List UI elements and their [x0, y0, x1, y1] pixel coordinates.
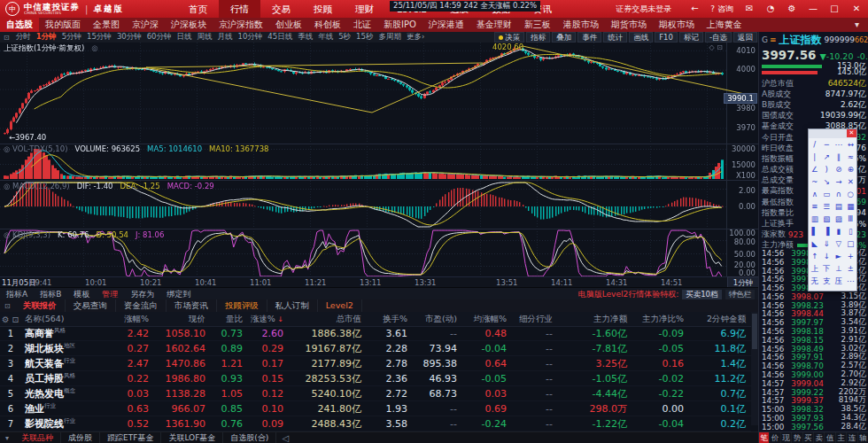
- table-row[interactable]: 1高商誉风格2.421058.100.732.601886.38亿3.61--0…: [0, 326, 751, 341]
- draw-tool-icon[interactable]: ~: [809, 175, 821, 188]
- mini-tab-价[interactable]: 价: [770, 432, 780, 443]
- draw-tool-icon[interactable]: ↗: [821, 151, 833, 163]
- nav-dropdown-icon[interactable]: ▾: [846, 18, 868, 32]
- nav-item-北证[interactable]: 北证: [347, 18, 377, 32]
- kline-canvas[interactable]: [0, 43, 758, 276]
- mail-icon[interactable]: ✉: [739, 0, 760, 18]
- zoom-in-button[interactable]: +: [727, 288, 742, 298]
- nav-item-新三板[interactable]: 新三板: [518, 18, 557, 32]
- history-icon[interactable]: ◔: [760, 0, 781, 18]
- draw-tool-icon[interactable]: +: [845, 250, 857, 262]
- draw-tool-icon[interactable]: ⇓: [821, 237, 833, 250]
- indicator-button-指标A[interactable]: 指标A: [0, 289, 34, 300]
- col-header-细分行业[interactable]: 细分行业: [512, 314, 558, 325]
- status-tab-关联LOF基金[interactable]: 关联LOF基金: [161, 432, 223, 443]
- draw-tool-icon[interactable]: ▦: [845, 200, 857, 213]
- draw-tool-icon[interactable]: ▐: [821, 225, 833, 237]
- settings-icon[interactable]: ⚙: [781, 0, 802, 18]
- indicator-button-指标B[interactable]: 指标B: [34, 289, 67, 300]
- draw-tool-icon[interactable]: |: [809, 151, 821, 163]
- tool-返回[interactable]: 返回: [733, 32, 757, 43]
- tool-F10[interactable]: F10: [655, 32, 678, 43]
- draw-tool-icon[interactable]: ↓: [821, 250, 833, 262]
- nav-item-期权市场[interactable]: 期权市场: [653, 18, 701, 32]
- panel-tab-关联报价[interactable]: 关联报价: [15, 299, 66, 312]
- panel-tab-私人订制[interactable]: 私人订制: [267, 299, 318, 312]
- pane-corner-icons[interactable]: ◇ ⊡: [709, 43, 723, 51]
- nav-item-上海黄金[interactable]: 上海黄金: [701, 18, 748, 32]
- table-grid-icon[interactable]: ⊡: [10, 315, 19, 324]
- indicator-button-模板[interactable]: 模板: [67, 289, 96, 300]
- col-header-涨幅%[interactable]: 涨幅%: [106, 314, 154, 325]
- nav-item-京沪深指数[interactable]: 京沪深指数: [213, 18, 269, 32]
- col-header-市盈(动)[interactable]: 市盈(动): [413, 314, 462, 325]
- nav-item-期货市场[interactable]: 期货市场: [605, 18, 653, 32]
- draw-tool-icon[interactable]: /: [809, 138, 821, 151]
- period-1分钟[interactable]: 1分钟: [34, 32, 59, 43]
- draw-tool-icon[interactable]: ⋯: [833, 138, 845, 151]
- table-row[interactable]: 7影视院线行业0.521361.900.760.092488.43亿3.58--…: [0, 416, 751, 431]
- draw-tool-icon[interactable]: 支: [821, 275, 833, 287]
- mini-tab-主[interactable]: 主: [836, 432, 847, 443]
- status-tab-关联品种[interactable]: 关联品种: [14, 432, 61, 443]
- zoom-out-button[interactable]: -: [742, 288, 757, 298]
- menu-理财[interactable]: 理财: [344, 0, 385, 18]
- table-scrollbar-thumb[interactable]: [752, 314, 757, 349]
- table-row[interactable]: 3航天装备行业2.471470.861.210.172177.89亿2.7889…: [0, 356, 751, 371]
- status-tab-跟踪ETF基金[interactable]: 跟踪ETF基金: [100, 432, 161, 443]
- tool-叠加[interactable]: 叠加: [552, 32, 576, 43]
- col-header-换手%[interactable]: 换手%: [367, 314, 413, 325]
- draw-tool-icon[interactable]: ≡: [809, 200, 821, 213]
- tool--自选[interactable]: -自选: [705, 32, 732, 43]
- period-多周期[interactable]: 多周期: [376, 32, 404, 43]
- panel-tab-Level2[interactable]: Level2: [318, 299, 362, 312]
- draw-tool-icon[interactable]: ↘: [821, 175, 833, 188]
- mini-tab-势[interactable]: 势: [792, 432, 802, 443]
- draw-tool-icon[interactable]: ✕: [845, 175, 857, 188]
- back-page-icon[interactable]: ◁: [282, 433, 289, 443]
- draw-tool-icon[interactable]: ☰: [821, 200, 833, 213]
- draw-tool-icon[interactable]: ►: [833, 250, 845, 262]
- draw-tool-icon[interactable]: ◣: [809, 237, 821, 250]
- back-icon[interactable]: ←: [684, 0, 705, 18]
- nav-item-港股市场[interactable]: 港股市场: [557, 18, 605, 32]
- mini-tab-轴[interactable]: 轴: [858, 432, 868, 443]
- period-分时[interactable]: 分时: [13, 32, 34, 43]
- mini-tab-买[interactable]: 买: [803, 432, 814, 443]
- draw-tool-icon[interactable]: ▭: [821, 188, 833, 200]
- draw-tool-icon[interactable]: ▥: [809, 213, 821, 225]
- draw-tool-icon[interactable]: 下: [821, 262, 833, 275]
- nav-item-自选股[interactable]: 自选股: [0, 18, 39, 32]
- draw-tool-icon[interactable]: ⊕: [845, 163, 857, 175]
- panel-grid-icon[interactable]: ⊡: [0, 302, 15, 310]
- col-header-涨速%[interactable]: 涨速% ↓: [248, 314, 289, 325]
- palette-header[interactable]: ✕: [809, 129, 856, 138]
- indicator-button-绑定到[interactable]: 绑定到: [160, 289, 197, 300]
- level2-ad-text[interactable]: 电脑版Level2行情体验特权:: [578, 289, 679, 300]
- nav-item-京沪深[interactable]: 京沪深: [126, 18, 165, 32]
- nav-item-全景图[interactable]: 全景图: [87, 18, 126, 32]
- col-header-量比[interactable]: 量比: [211, 314, 248, 325]
- sector-name[interactable]: 员工持股风格: [21, 372, 106, 385]
- collapse-icon[interactable]: ▾: [0, 434, 14, 442]
- period-10分钟[interactable]: 10分钟: [236, 32, 266, 43]
- period-月线[interactable]: 月线: [215, 32, 236, 43]
- status-tab-成份股[interactable]: 成份股: [61, 432, 100, 443]
- nav-item-沪深板块[interactable]: 沪深板块: [165, 18, 213, 32]
- period-45日线[interactable]: 45日线: [265, 32, 295, 43]
- tool-事件[interactable]: 事件: [577, 32, 601, 43]
- status-tab-自选股(合)[interactable]: 自选股(合): [223, 432, 276, 443]
- sector-name[interactable]: 航天装备行业: [21, 357, 106, 370]
- draw-tool-icon[interactable]: ⊘: [833, 163, 845, 175]
- menu-交易[interactable]: 交易: [260, 0, 302, 18]
- draw-tool-icon[interactable]: ∩: [833, 188, 845, 200]
- draw-tool-icon[interactable]: ▽: [833, 237, 845, 250]
- draw-tool-icon[interactable]: ▨: [833, 213, 845, 225]
- panel-tab-资金流向[interactable]: 资金流向: [116, 299, 167, 312]
- maximize-icon[interactable]: □: [824, 0, 845, 18]
- draw-tool-icon[interactable]: →: [833, 175, 845, 188]
- draw-tool-icon[interactable]: ▧: [821, 213, 833, 225]
- draw-tool-icon[interactable]: ): [821, 163, 833, 175]
- nav-item-新股IPO[interactable]: 新股IPO: [377, 18, 422, 32]
- sort-desc-icon[interactable]: ↓: [275, 315, 283, 323]
